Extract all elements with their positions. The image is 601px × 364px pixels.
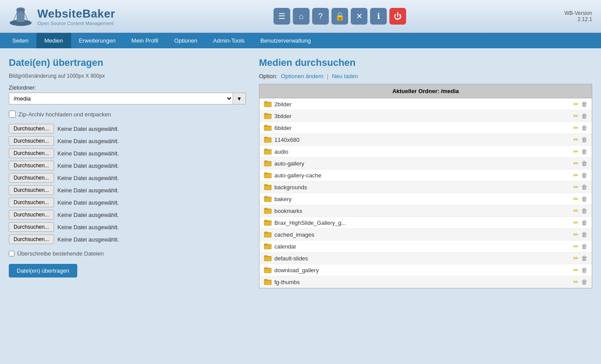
edit-icon[interactable]: ✏ (573, 267, 579, 274)
delete-icon[interactable]: 🗑 (581, 160, 587, 167)
folder-actions: ✏ 🗑 (573, 207, 587, 214)
delete-icon[interactable]: 🗑 (581, 278, 587, 285)
nav-item-seiten[interactable]: Seiten (4, 33, 36, 48)
folder-icon (264, 255, 272, 262)
file-row: Durchsuchen... Keine Datei ausgewählt. (9, 234, 246, 244)
edit-icon[interactable]: ✏ (573, 195, 579, 202)
edit-icon[interactable]: ✏ (573, 160, 579, 167)
overwrite-checkbox[interactable] (9, 251, 14, 256)
folder-dropdown-btn[interactable]: ▼ (233, 93, 246, 105)
nav-item-mein-profil[interactable]: Mein Profil (123, 33, 166, 48)
folder-name: audio (274, 148, 573, 155)
edit-icon[interactable]: ✏ (573, 255, 579, 262)
zip-checkbox[interactable] (9, 111, 16, 118)
folder-row[interactable]: fg-thumbs ✏ 🗑 (259, 276, 592, 288)
nav-item-admin-tools[interactable]: Admin-Tools (205, 33, 253, 48)
browse-button-5[interactable]: Durchsuchen... (9, 173, 54, 183)
delete-icon[interactable]: 🗑 (581, 101, 587, 108)
folder-row[interactable]: 6bilder ✏ 🗑 (259, 122, 592, 134)
folder-row[interactable]: bakery ✏ 🗑 (259, 193, 592, 205)
folder-name: 3bilder (274, 113, 573, 119)
edit-icon[interactable]: ✏ (573, 231, 579, 238)
power-button[interactable]: ⏻ (389, 8, 406, 25)
edit-icon[interactable]: ✏ (573, 184, 579, 191)
browse-button-1[interactable]: Durchsuchen... (9, 124, 54, 133)
browse-button-7[interactable]: Durchsuchen... (9, 198, 54, 207)
delete-icon[interactable]: 🗑 (581, 124, 587, 131)
delete-icon[interactable]: 🗑 (581, 184, 587, 191)
close-button[interactable]: ✕ (351, 8, 367, 25)
home-button[interactable]: ⌂ (293, 8, 309, 25)
folder-row[interactable]: download_gallery ✏ 🗑 (259, 264, 592, 276)
delete-icon[interactable]: 🗑 (581, 112, 587, 119)
folder-select-row: /media ▼ (9, 93, 246, 105)
browse-button-8[interactable]: Durchsuchen... (9, 210, 54, 220)
info-button[interactable]: ℹ (370, 8, 387, 25)
folder-icon (264, 278, 272, 285)
browse-button-6[interactable]: Durchsuchen... (9, 185, 54, 195)
version-info: WB-Version 2.12.1 (565, 10, 592, 22)
folder-row[interactable]: auto-gallery ✏ 🗑 (259, 158, 592, 169)
folder-row[interactable]: default-slides ✏ 🗑 (259, 252, 592, 264)
delete-icon[interactable]: 🗑 (581, 231, 587, 238)
edit-icon[interactable]: ✏ (573, 112, 579, 119)
option-change-link[interactable]: Optionen ändern (281, 73, 324, 79)
menu-button[interactable]: ☰ (274, 8, 290, 25)
delete-icon[interactable]: 🗑 (581, 219, 587, 226)
edit-icon[interactable]: ✏ (573, 207, 579, 214)
nav-item-erweiterungen[interactable]: Erweiterungen (71, 33, 124, 48)
folder-actions: ✏ 🗑 (573, 278, 587, 285)
folder-row[interactable]: auto-gallery-cache ✏ 🗑 (259, 169, 592, 181)
no-file-label-4: Keine Datei ausgewählt. (58, 162, 119, 169)
no-file-label-8: Keine Datei ausgewählt. (58, 212, 119, 218)
delete-icon[interactable]: 🗑 (581, 136, 587, 143)
delete-icon[interactable]: 🗑 (581, 207, 587, 214)
logo-hat-icon (9, 4, 33, 29)
edit-icon[interactable]: ✏ (573, 278, 579, 285)
browse-button-9[interactable]: Durchsuchen... (9, 222, 54, 232)
folder-row[interactable]: bookmarks ✏ 🗑 (259, 205, 592, 217)
folder-name: 1140x680 (274, 137, 573, 143)
browse-button-3[interactable]: Durchsuchen... (9, 148, 54, 158)
nav-item-benutzerverwaltung[interactable]: Benutzerverwaltung (252, 33, 319, 48)
file-browser[interactable]: Aktueller Ordner: /media 2bilder ✏ 🗑 3bi… (259, 84, 592, 288)
delete-icon[interactable]: 🗑 (581, 267, 587, 274)
folder-row[interactable]: 1140x680 ✏ 🗑 (259, 134, 592, 146)
lock-button[interactable]: 🔒 (331, 8, 348, 25)
edit-icon[interactable]: ✏ (573, 243, 579, 250)
delete-icon[interactable]: 🗑 (581, 243, 587, 250)
folder-actions: ✏ 🗑 (573, 195, 587, 202)
edit-icon[interactable]: ✏ (573, 101, 579, 108)
folder-icon (264, 243, 272, 250)
delete-icon[interactable]: 🗑 (581, 148, 587, 155)
browse-button-10[interactable]: Durchsuchen... (9, 234, 54, 244)
edit-icon[interactable]: ✏ (573, 172, 579, 179)
delete-icon[interactable]: 🗑 (581, 172, 587, 179)
delete-icon[interactable]: 🗑 (581, 255, 587, 262)
folder-select[interactable]: /media (9, 93, 233, 105)
folder-row[interactable]: 3bilder ✏ 🗑 (259, 110, 592, 122)
folder-row[interactable]: Brax_HighSlide_Gallery_g... ✏ 🗑 (259, 217, 592, 229)
folder-row[interactable]: calendar ✏ 🗑 (259, 241, 592, 252)
help-button[interactable]: ? (312, 8, 329, 25)
edit-icon[interactable]: ✏ (573, 148, 579, 155)
edit-icon[interactable]: ✏ (573, 219, 579, 226)
reload-link[interactable]: Neu laden (332, 73, 358, 79)
folder-row[interactable]: audio ✏ 🗑 (259, 146, 592, 158)
folder-row[interactable]: 2bilder ✏ 🗑 (259, 98, 592, 110)
upload-button[interactable]: Datei(en) übertragen (9, 264, 77, 278)
folder-icon (264, 231, 272, 238)
browse-button-2[interactable]: Durchsuchen... (9, 136, 54, 146)
folder-row[interactable]: cached_images ✏ 🗑 (259, 229, 592, 241)
nav-item-optionen[interactable]: Optionen (166, 33, 205, 48)
nav-item-medien[interactable]: Medien (36, 33, 71, 48)
folder-actions: ✏ 🗑 (573, 112, 587, 119)
folder-actions: ✏ 🗑 (573, 219, 587, 226)
folder-name: bakery (274, 196, 573, 202)
edit-icon[interactable]: ✏ (573, 124, 579, 131)
delete-icon[interactable]: 🗑 (581, 195, 587, 202)
folder-row[interactable]: backgrounds ✏ 🗑 (259, 181, 592, 193)
edit-icon[interactable]: ✏ (573, 136, 579, 143)
folder-icon (264, 148, 272, 155)
browse-button-4[interactable]: Durchsuchen... (9, 161, 54, 170)
